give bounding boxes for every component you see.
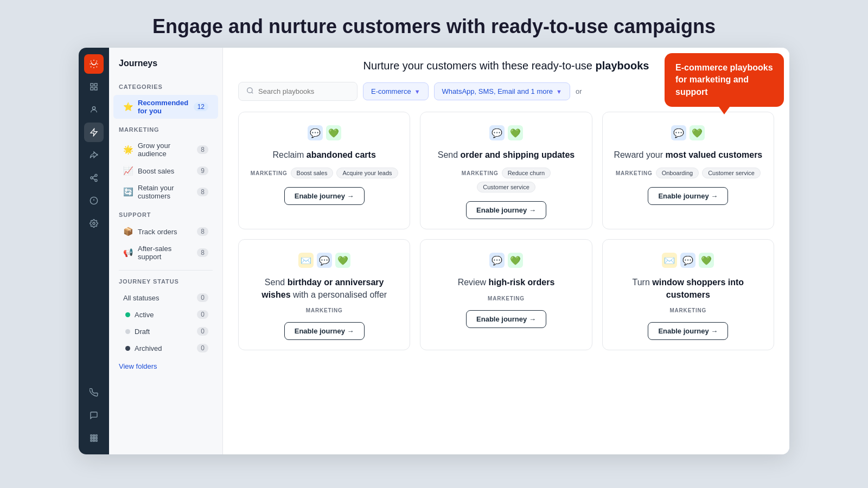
nav-icon-messages[interactable] [84,406,104,425]
card-3-title: Send birthday or anniversary wishes with… [250,277,399,301]
card-1[interactable]: 💬💚Send order and shipping updatesMARKETI… [420,112,592,229]
card-0-enable-button[interactable]: Enable journey → [284,187,365,205]
card-5[interactable]: ✉️💬💚Turn window shoppers into customersM… [602,239,774,350]
all-statuses-label: All statuses [123,294,193,302]
nav-icon-connections[interactable] [84,168,104,188]
track-icon: 📦 [123,227,133,236]
nav-icon-dashboard[interactable] [84,77,104,97]
search-input[interactable] [258,87,349,95]
app-window: Journeys Categories ⭐ Recommended for yo… [79,48,789,454]
active-count: 0 [197,310,208,319]
card-1-tag-0: Reduce churn [502,168,551,178]
svg-rect-1 [94,84,97,86]
nav-icon-megaphone[interactable] [84,54,104,74]
sidebar-item-active[interactable]: Active 0 [113,306,218,323]
svg-rect-13 [91,438,92,439]
sidebar-item-recommended[interactable]: ⭐ Recommended for you 12 [113,95,218,119]
card-1-enable-button[interactable]: Enable journey → [466,201,546,219]
tooltip-text: E-commerce playbooks for marketing and s… [675,63,773,97]
draft-dot [125,329,130,334]
card-3-category: MARKETING [306,307,343,313]
sidebar: Journeys Categories ⭐ Recommended for yo… [109,48,223,454]
sms-channel-icon: 💬 [489,253,505,268]
card-2-icons: 💬💚 [671,125,705,140]
archived-count: 0 [197,344,208,352]
svg-rect-0 [91,84,93,86]
grow-label: Grow your audience [138,142,193,158]
nav-icon-automation[interactable] [84,123,104,142]
email-channel-icon: ✉️ [662,253,677,268]
retain-icon: 🔄 [123,187,133,197]
svg-rect-12 [95,435,97,436]
card-0-tag-0: Boost sales [291,168,334,178]
nav-icon-contacts[interactable] [84,100,104,119]
card-5-badges: MARKETING [669,307,706,313]
nav-icon-phone[interactable] [84,383,104,402]
card-4-title: Review high-risk orders [458,277,555,288]
nav-icon-apps[interactable] [84,428,104,448]
card-2-badges: MARKETINGOnboardingCustomer service [616,168,761,178]
card-2[interactable]: 💬💚Reward your most valued customersMARKE… [602,112,774,229]
wa-channel-icon: 💚 [508,253,523,268]
ecommerce-filter[interactable]: E-commerce ▼ [363,82,429,100]
card-0-icons: 💬💚 [308,125,341,140]
grow-icon: 🌟 [123,145,133,155]
svg-point-5 [95,174,97,176]
nav-icon-support[interactable] [84,191,104,210]
draft-label: Draft [135,328,193,336]
page-heading: Engage and nurture customers with ready-… [152,0,716,48]
card-0-category: MARKETING [251,170,288,176]
sms-channel-icon: 💬 [680,253,695,268]
track-count: 8 [197,227,208,236]
channels-filter[interactable]: WhatsApp, SMS, Email and 1 more ▼ [434,82,570,100]
svg-point-6 [91,177,93,179]
sms-channel-icon: 💬 [308,125,323,140]
card-3-enable-button[interactable]: Enable journey → [284,322,365,340]
sidebar-item-all-statuses[interactable]: All statuses 0 [113,290,218,306]
email-channel-icon: ✉️ [298,253,314,268]
archived-dot [125,346,130,351]
aftersales-icon: 📢 [123,248,133,258]
sidebar-item-track-orders[interactable]: 📦 Track orders 8 [113,223,218,240]
svg-rect-3 [94,87,97,90]
svg-point-4 [92,107,95,110]
sidebar-item-draft[interactable]: Draft 0 [113,323,218,339]
card-3-badges: MARKETING [306,307,343,313]
sidebar-item-archived[interactable]: Archived 0 [113,340,218,356]
card-3[interactable]: ✉️💬💚Send birthday or anniversary wishes … [238,239,410,350]
recommended-label: Recommended for you [138,99,189,115]
card-1-title: Send order and shipping updates [438,149,575,161]
card-1-icons: 💬💚 [489,125,523,140]
card-4-enable-button[interactable]: Enable journey → [466,310,546,328]
search-icon [246,87,254,96]
main-title-highlight: playbooks [596,60,649,72]
svg-rect-14 [93,438,95,439]
card-5-enable-button[interactable]: Enable journey → [648,322,728,340]
card-0-tag-1: Acquire your leads [336,168,398,178]
track-label: Track orders [138,228,193,236]
sidebar-item-boost-sales[interactable]: 📈 Boost sales 9 [113,162,218,179]
sidebar-item-grow-audience[interactable]: 🌟 Grow your audience 8 [113,138,218,162]
nav-icon-settings[interactable] [84,214,104,233]
card-2-title: Reward your most valued customers [614,149,762,161]
wa-channel-icon: 💚 [699,253,714,268]
journeys-header: Journeys [109,59,222,76]
sidebar-item-aftersales[interactable]: 📢 After-sales support 8 [113,241,218,265]
view-folders-link[interactable]: View folders [109,357,222,370]
sidebar-item-retain[interactable]: 🔄 Retain your customers 8 [113,180,218,204]
card-5-title: Turn window shoppers into customers [614,277,763,301]
card-4[interactable]: 💬💚Review high-risk ordersMARKETINGEnable… [420,239,592,350]
svg-rect-17 [93,440,95,441]
channels-label: WhatsApp, SMS, Email and 1 more [442,87,553,95]
card-4-category: MARKETING [488,296,525,301]
nav-icon-campaigns[interactable] [84,145,104,165]
card-1-tag-1: Customer service [477,182,535,192]
card-0-badges: MARKETINGBoost salesAcquire your leads [251,168,398,178]
search-box[interactable] [238,82,358,101]
svg-point-19 [247,88,252,93]
card-2-enable-button[interactable]: Enable journey → [648,187,728,205]
recommended-count: 12 [194,102,208,111]
svg-rect-11 [93,435,95,436]
card-0[interactable]: 💬💚Reclaim abandoned cartsMARKETINGBoost … [238,112,410,229]
grow-count: 8 [197,145,208,154]
